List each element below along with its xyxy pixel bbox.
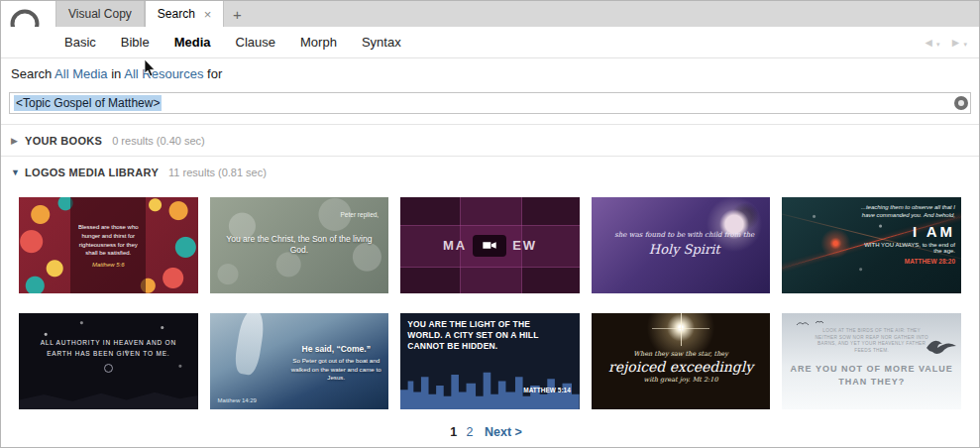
pagination: 1 2 Next > — [1, 425, 979, 439]
media-result-rejoiced-exceedingly[interactable]: When they saw the star, they rejoiced ex… — [592, 313, 771, 409]
thumbnail-text: she was found to be with child from the … — [609, 230, 760, 258]
search-scope-line: Search All Media in All Resources for — [11, 66, 222, 81]
tab-search[interactable]: Search × — [145, 1, 225, 27]
tab-media[interactable]: Media — [174, 35, 211, 50]
section-title: YOUR BOOKS — [25, 135, 102, 147]
section-result-count: 11 results (0.81 sec) — [168, 167, 267, 178]
new-tab-button[interactable]: + — [224, 1, 250, 27]
media-result-more-value-than-they[interactable]: LOOK AT THE BIRDS OF THE AIR: THEY NEITH… — [782, 313, 961, 409]
close-icon[interactable]: × — [204, 8, 212, 21]
video-camera-icon — [473, 235, 506, 257]
tab-morph[interactable]: Morph — [300, 35, 337, 50]
tab-label: Visual Copy — [68, 7, 132, 21]
media-results-grid: Blessed are those who hunger and thirst … — [19, 197, 961, 409]
search-panel: Visual Copy Search × + ▾ Basic Bible Med… — [0, 0, 980, 448]
tab-clause[interactable]: Clause — [236, 35, 275, 50]
media-result-city-on-a-hill[interactable]: YOU ARE THE LIGHT OF THE WORLD. A CITY S… — [400, 313, 580, 409]
section-result-count: 0 results (0.40 sec) — [112, 135, 205, 147]
page-1-current[interactable]: 1 — [450, 425, 457, 439]
thumbnail-text: Peter replied, — [341, 211, 380, 218]
search-options-icon[interactable] — [954, 96, 968, 110]
thumbnail-text: You are the Christ, the Son of the livin… — [224, 234, 375, 257]
thumbnail-text: LOOK AT THE BIRDS OF THE AIR: THEY NEITH… — [812, 327, 931, 354]
media-result-matthew-video[interactable]: MA EW — [400, 197, 580, 293]
tab-visual-copy[interactable]: Visual Copy — [55, 1, 145, 27]
tab-syntax[interactable]: Syntax — [362, 35, 401, 50]
thumbnail-text: ARE YOU NOT OF MORE VALUE THAN THEY? — [790, 363, 954, 388]
results-sections: ▶ YOUR BOOKS 0 results (0.40 sec) ▼ LOGO… — [1, 124, 979, 187]
media-result-matthew-5-6[interactable]: Blessed are those who hunger and thirst … — [19, 197, 198, 293]
media-result-all-authority[interactable]: ALL AUTHORITY IN HEAVEN AND ON EARTH HAS… — [19, 313, 198, 409]
media-result-i-am-with-you[interactable]: ...teaching them to observe all that I h… — [782, 197, 961, 293]
bird-icon — [925, 336, 958, 358]
history-back-icon[interactable]: ◄▾ — [923, 36, 939, 50]
media-result-holy-spirit[interactable]: she was found to be with child from the … — [592, 197, 771, 293]
tab-label: Search — [158, 7, 195, 21]
section-logos-media-library[interactable]: ▼ LOGOS MEDIA LIBRARY 11 results (0.81 s… — [1, 156, 979, 187]
collapse-arrow-icon[interactable]: ▶ — [11, 136, 25, 146]
tab-basic[interactable]: Basic — [64, 35, 96, 50]
thumbnail-reference: Matthew 14:29 — [218, 397, 257, 403]
search-input[interactable]: <Topic Gospel of Matthew> — [9, 92, 971, 114]
thumbnail-text: When they saw the star, they rejoiced ex… — [599, 350, 763, 384]
emblem-icon — [104, 364, 113, 373]
thumbnail-text: MA EW — [400, 197, 580, 293]
next-page-link[interactable]: Next > — [485, 425, 522, 439]
tab-bible[interactable]: Bible — [121, 35, 150, 50]
scope-prefix: Search — [11, 66, 52, 81]
resources-scope-link[interactable]: All Resources — [124, 66, 203, 81]
search-query-selected-text: <Topic Gospel of Matthew> — [14, 95, 162, 111]
page-2-link[interactable]: 2 — [467, 425, 474, 439]
section-your-books[interactable]: ▶ YOUR BOOKS 0 results (0.40 sec) — [1, 124, 979, 156]
thumbnail-reference: MATTHEW 5:14 — [523, 387, 571, 393]
media-result-you-are-the-christ[interactable]: Peter replied, You are the Christ, the S… — [210, 197, 389, 293]
history-forward-icon[interactable]: ►▾ — [950, 36, 967, 50]
history-nav: ◄▾ ►▾ — [923, 27, 967, 58]
thumbnail-text: He said, “Come.” So Peter got out of the… — [289, 344, 382, 383]
thumbnail-text: ...teaching them to observe all that I h… — [857, 203, 955, 265]
media-scope-link[interactable]: All Media — [54, 66, 107, 81]
tab-bar: Visual Copy Search × + — [55, 1, 979, 27]
search-kind-nav: Basic Bible Media Clause Morph Syntax ◄▾… — [1, 27, 979, 58]
media-result-peter-walks-on-water[interactable]: He said, “Come.” So Peter got out of the… — [210, 313, 389, 409]
thumbnail-text: Blessed are those who hunger and thirst … — [70, 197, 146, 293]
thumbnail-text: ALL AUTHORITY IN HEAVEN AND ON EARTH HAS… — [37, 338, 180, 373]
scope-in: in — [111, 66, 121, 81]
collapse-arrow-icon[interactable]: ▼ — [11, 168, 25, 177]
thumbnail-text: YOU ARE THE LIGHT OF THE WORLD. A CITY S… — [407, 319, 550, 352]
scope-for: for — [207, 66, 222, 81]
section-title: LOGOS MEDIA LIBRARY — [25, 167, 159, 178]
